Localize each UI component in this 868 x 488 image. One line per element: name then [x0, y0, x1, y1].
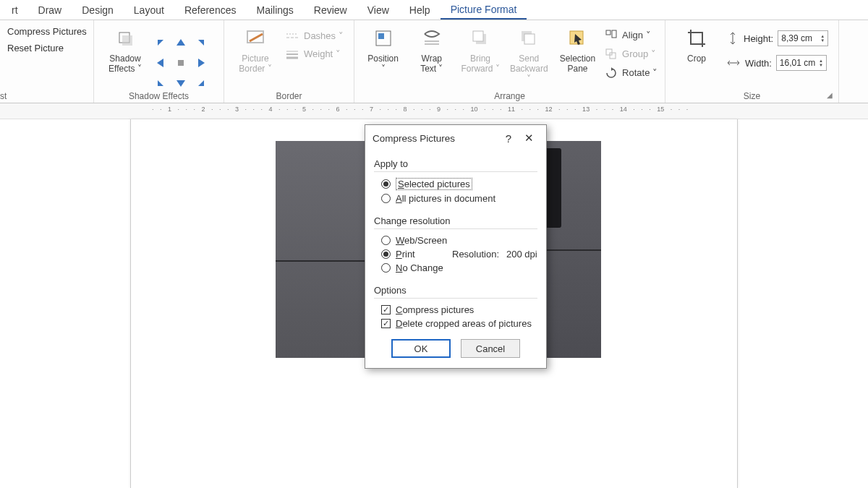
- align-label: Align ˅: [622, 30, 651, 40]
- horizontal-ruler[interactable]: · · 1 · · · 2 · · · 3 · · · 4 · · · 5 · …: [0, 103, 868, 119]
- weight-button[interactable]: Weight ˅: [285, 48, 344, 59]
- weight-label: Weight ˅: [304, 48, 341, 59]
- dialog-close-button[interactable]: ✕: [519, 132, 539, 145]
- shadow-group-label: Shadow Effects: [94, 91, 224, 101]
- wrap-text-button[interactable]: Wrap Text ˅: [410, 26, 453, 74]
- nudge-s-icon[interactable]: [174, 74, 190, 90]
- menu-view[interactable]: View: [357, 1, 399, 19]
- ribbon-group-border: Picture Border ˅ Dashes ˅ Weight ˅ Borde…: [224, 20, 354, 103]
- send-backward-label: Send Backward ˅: [508, 53, 550, 84]
- position-button[interactable]: Position ˅: [362, 26, 404, 74]
- picture-border-label: Picture Border ˅: [239, 53, 271, 74]
- compress-pictures-button[interactable]: Compress Pictures: [7, 26, 87, 37]
- dashes-label: Dashes ˅: [304, 30, 344, 41]
- menu-draw[interactable]: Draw: [28, 1, 72, 19]
- width-spinner[interactable]: ▲▼: [819, 59, 823, 67]
- svg-rect-2: [178, 60, 184, 66]
- radio-nochange-label: No Change: [396, 262, 443, 273]
- group-button[interactable]: Group ˅: [605, 48, 658, 59]
- dialog-titlebar[interactable]: Compress Pictures ? ✕: [365, 125, 546, 151]
- menu-references[interactable]: References: [174, 1, 247, 19]
- group-icon: [605, 48, 618, 59]
- nudge-nw-icon[interactable]: [155, 37, 171, 53]
- ribbon-group-adjust: Compress Pictures Reset Picture st: [0, 20, 94, 103]
- border-icon: [243, 26, 268, 51]
- radio-selected-indicator: [381, 179, 391, 189]
- ribbon-group-shadow: Shadow Effects ˅ Shadow Effects: [94, 20, 224, 103]
- size-dialog-launcher[interactable]: ◢: [827, 91, 835, 100]
- height-icon: [726, 31, 739, 46]
- picture-border-button[interactable]: Picture Border ˅: [231, 26, 279, 74]
- radio-print[interactable]: Print: [374, 247, 446, 261]
- bring-forward-icon: [468, 26, 493, 51]
- menu-design[interactable]: Design: [72, 1, 124, 19]
- checkbox-delete-label: Delete cropped areas of pictures: [396, 318, 532, 329]
- nudge-se-icon[interactable]: [192, 74, 208, 90]
- svg-rect-20: [606, 49, 612, 55]
- selection-pane-button[interactable]: Selection Pane: [556, 26, 599, 74]
- width-value: 16,01 cm: [780, 58, 815, 68]
- change-resolution-label: Change resolution: [374, 215, 537, 229]
- radio-selected-label: Selected pictures: [396, 178, 472, 190]
- svg-rect-16: [524, 34, 535, 44]
- send-backward-button[interactable]: Send Backward ˅: [508, 26, 550, 84]
- dashes-button[interactable]: Dashes ˅: [285, 30, 344, 41]
- radio-no-change[interactable]: No Change: [374, 261, 537, 275]
- dialog-help-button[interactable]: ?: [498, 132, 519, 145]
- shadow-effects-label: Shadow Effects ˅: [109, 53, 142, 74]
- resolution-value: 200 dpi: [506, 249, 537, 260]
- nudge-n-icon[interactable]: [174, 37, 190, 53]
- radio-selected-pictures[interactable]: Selected pictures: [374, 176, 537, 192]
- dashes-icon: [285, 31, 299, 41]
- nudge-sw-icon[interactable]: [155, 74, 171, 90]
- align-button[interactable]: Align ˅: [605, 29, 658, 40]
- width-input[interactable]: 16,01 cm ▲▼: [776, 55, 827, 71]
- menu-help[interactable]: Help: [399, 1, 441, 19]
- menu-insert[interactable]: rt: [1, 1, 28, 19]
- menu-review[interactable]: Review: [304, 1, 357, 19]
- rotate-button[interactable]: Rotate ˅: [605, 67, 658, 78]
- ruler-ticks: · · 1 · · · 2 · · · 3 · · · 4 · · · 5 · …: [152, 106, 688, 113]
- nudge-w-icon[interactable]: [155, 56, 171, 72]
- menu-mailings[interactable]: Mailings: [246, 1, 303, 19]
- group-label: Group ˅: [622, 48, 656, 59]
- menu-picture-format[interactable]: Picture Format: [441, 1, 527, 20]
- crop-button[interactable]: Crop: [673, 26, 720, 64]
- dialog-title-text: Compress Pictures: [373, 133, 498, 144]
- bring-forward-button[interactable]: Bring Forward ˅: [459, 26, 501, 74]
- checkbox-compress-pictures[interactable]: Compress pictures: [374, 303, 537, 317]
- rotate-icon: [605, 67, 618, 78]
- rotate-label: Rotate ˅: [622, 67, 658, 78]
- selection-pane-label: Selection Pane: [560, 53, 595, 74]
- svg-rect-1: [122, 35, 132, 46]
- checkbox-delete-cropped[interactable]: Delete cropped areas of pictures: [374, 317, 537, 330]
- checkbox-compress-indicator: [381, 305, 391, 314]
- radio-all-label: All pictures in document: [396, 193, 495, 204]
- nudge-ne-icon[interactable]: [192, 37, 208, 53]
- cancel-button[interactable]: Cancel: [461, 339, 520, 358]
- position-icon: [371, 26, 396, 51]
- crop-icon: [684, 26, 709, 51]
- radio-web-label: Web/Screen: [396, 235, 447, 246]
- nudge-e-icon[interactable]: [192, 56, 208, 72]
- adjust-group-label: st: [0, 91, 93, 101]
- ok-button[interactable]: OK: [391, 339, 451, 358]
- wrap-label: Wrap Text ˅: [420, 53, 443, 74]
- radio-all-indicator: [381, 194, 391, 203]
- height-spinner[interactable]: ▲▼: [820, 34, 825, 43]
- ribbon-group-size: Crop Height: 8,39 cm ▲▼ Width: 16,01 cm: [665, 20, 839, 103]
- nudge-center-icon[interactable]: [174, 56, 190, 72]
- height-input[interactable]: 8,39 cm ▲▼: [778, 30, 828, 46]
- reset-picture-button[interactable]: Reset Picture: [7, 43, 87, 53]
- svg-rect-21: [610, 53, 616, 59]
- border-group-label: Border: [224, 91, 354, 101]
- radio-all-pictures[interactable]: All pictures in document: [374, 192, 537, 205]
- crop-label: Crop: [687, 53, 706, 64]
- radio-web-screen[interactable]: Web/Screen: [374, 234, 537, 247]
- menu-layout[interactable]: Layout: [124, 1, 174, 19]
- width-icon: [726, 56, 741, 69]
- height-label: Height:: [744, 33, 773, 44]
- send-backward-icon: [516, 26, 541, 51]
- shadow-effects-button[interactable]: Shadow Effects ˅: [101, 26, 149, 74]
- svg-rect-10: [378, 33, 384, 39]
